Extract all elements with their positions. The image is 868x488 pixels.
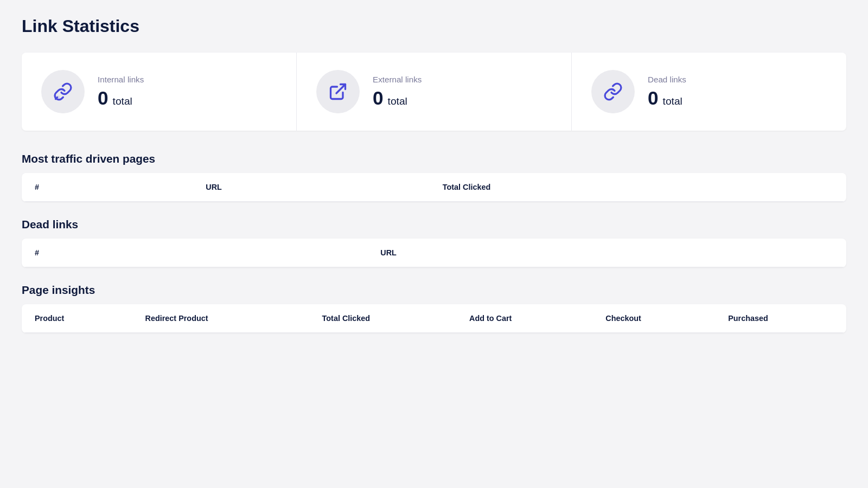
stat-info-dead: Dead links 0 total <box>648 75 686 109</box>
stat-label-internal: Internal links <box>98 75 144 84</box>
stat-card-external: External links 0 total <box>297 53 572 131</box>
stat-value-external: 0 total <box>373 87 422 109</box>
insights-col-purchased: Purchased <box>715 304 846 333</box>
dead-col-hash: # <box>22 239 367 267</box>
stat-info-external: External links 0 total <box>373 75 422 109</box>
insights-col-product: Product <box>22 304 132 333</box>
svg-rect-0 <box>55 96 60 99</box>
page-insights-title: Page insights <box>22 284 846 297</box>
page-title: Link Statistics <box>22 16 846 36</box>
stat-label-dead: Dead links <box>648 75 686 84</box>
traffic-section-title: Most traffic driven pages <box>22 152 846 165</box>
dead-links-header-row: # URL <box>22 239 846 267</box>
dead-link-icon <box>603 82 623 101</box>
dead-links-table: # URL <box>22 239 846 267</box>
traffic-col-clicked: Total Clicked <box>430 173 846 202</box>
stat-number-external: 0 <box>373 87 384 109</box>
dead-col-url: URL <box>367 239 846 267</box>
insights-col-redirect: Redirect Product <box>132 304 309 333</box>
traffic-table: # URL Total Clicked <box>22 173 846 202</box>
internal-link-icon <box>53 82 73 101</box>
dead-links-section-title: Dead links <box>22 218 846 231</box>
insights-col-checkout: Checkout <box>592 304 715 333</box>
external-link-icon-circle <box>316 70 360 113</box>
stat-number-internal: 0 <box>98 87 108 109</box>
stat-label-external: External links <box>373 75 422 84</box>
page-insights-table-container: Product Redirect Product Total Clicked A… <box>22 304 846 333</box>
stat-card-dead: Dead links 0 total <box>572 53 846 131</box>
traffic-table-container: # URL Total Clicked <box>22 173 846 202</box>
page-insights-table: Product Redirect Product Total Clicked A… <box>22 304 846 333</box>
page-insights-header-row: Product Redirect Product Total Clicked A… <box>22 304 846 333</box>
stat-total-external: total <box>388 95 407 107</box>
stat-number-dead: 0 <box>648 87 659 109</box>
insights-col-cart: Add to Cart <box>456 304 592 333</box>
dead-link-icon-circle <box>591 70 635 113</box>
svg-line-1 <box>336 85 346 94</box>
insights-col-clicked: Total Clicked <box>309 304 456 333</box>
stat-total-dead: total <box>663 95 682 107</box>
traffic-section: Most traffic driven pages # URL Total Cl… <box>22 152 846 202</box>
traffic-table-header-row: # URL Total Clicked <box>22 173 846 202</box>
stat-card-internal: Internal links 0 total <box>22 53 297 131</box>
internal-link-icon-circle <box>41 70 85 113</box>
stat-total-internal: total <box>113 95 132 107</box>
page-insights-section: Page insights Product Redirect Product T… <box>22 284 846 333</box>
stats-row: Internal links 0 total External links 0 … <box>22 53 846 131</box>
stat-value-internal: 0 total <box>98 87 144 109</box>
stat-value-dead: 0 total <box>648 87 686 109</box>
external-link-icon <box>328 82 348 101</box>
stat-info-internal: Internal links 0 total <box>98 75 144 109</box>
dead-links-section: Dead links # URL <box>22 218 846 267</box>
dead-links-table-container: # URL <box>22 239 846 267</box>
traffic-col-url: URL <box>193 173 430 202</box>
traffic-col-hash: # <box>22 173 193 202</box>
